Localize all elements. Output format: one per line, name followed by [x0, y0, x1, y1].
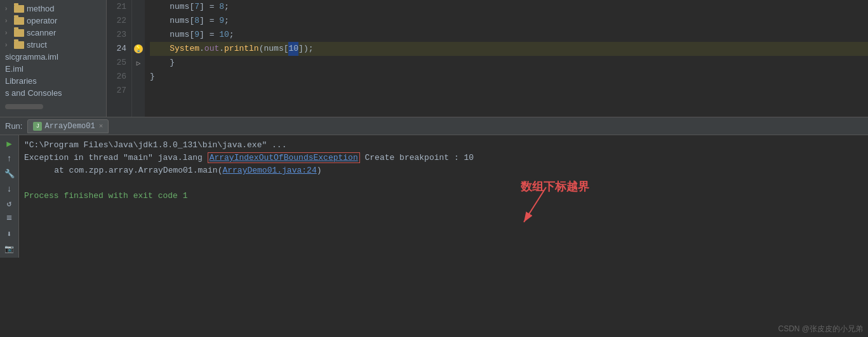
sidebar-item-iml[interactable]: sicgramma.iml — [0, 51, 106, 63]
stacktrace-link[interactable]: ArrayDemo01.java:24 — [222, 166, 316, 175]
run-tab-arraydemo[interactable]: J ArrayDemo01 × — [27, 119, 109, 133]
folder-icon — [14, 29, 24, 37]
sidebar-item-label: Libraries — [5, 76, 37, 86]
gutter-25: ▷ — [132, 56, 145, 70]
code-line-21: nums[7] = 8; — [150, 0, 868, 14]
line-num-21: 21 — [107, 0, 131, 14]
gutter-22 — [132, 14, 145, 28]
top-area: › method › operator › scanner › struct s… — [0, 0, 868, 117]
sidebar-item-operator[interactable]: › operator — [0, 15, 106, 27]
sidebar-item-libraries[interactable]: Libraries — [0, 75, 106, 87]
sidebar: › method › operator › scanner › struct s… — [0, 0, 107, 117]
scroll-down-button[interactable]: ↓ — [3, 183, 17, 195]
sidebar-item-struct[interactable]: › struct — [0, 39, 106, 51]
arrow-icon: › — [5, 17, 13, 25]
console-line-path: "C:\Program Files\Java\jdk1.8.0_131\bin\… — [24, 139, 863, 152]
scrollbar-area — [0, 99, 106, 114]
console-line-blank — [24, 177, 863, 190]
play-button[interactable]: ▶ — [3, 138, 17, 150]
tab-icon: J — [33, 122, 42, 131]
format-button[interactable]: ≡ — [3, 213, 17, 225]
save-button[interactable]: ⬇ — [3, 228, 17, 241]
sidebar-item-label: scanner — [27, 28, 56, 37]
run-tabbar: Run: J ArrayDemo01 × — [0, 117, 868, 135]
gutter-26 — [132, 70, 145, 84]
folder-icon — [14, 17, 24, 25]
code-lines: 21 22 23 24 25 26 27 💡 — [107, 0, 868, 117]
main-window: › method › operator › scanner › struct s… — [0, 0, 868, 337]
bulb-icon[interactable]: 💡 — [134, 44, 143, 53]
sidebar-item-label: sicgramma.iml — [5, 52, 58, 62]
exception-link[interactable]: ArrayIndexOutOfBoundsException — [210, 153, 358, 162]
gutter-23 — [132, 28, 145, 42]
console-output: "C:\Program Files\Java\jdk1.8.0_131\bin\… — [19, 135, 868, 258]
sidebar-item-eiml[interactable]: E.iml — [0, 63, 106, 75]
console-line-exit: Process finished with exit code 1 — [24, 190, 863, 202]
bookmark-icon: ▷ — [137, 59, 141, 67]
console-toolbar: ▶ ↑ 🔧 ↓ ↺ ≡ ⬇ 📷 — [0, 135, 19, 258]
folder-icon — [14, 5, 24, 13]
close-tab-button[interactable]: × — [99, 122, 103, 130]
code-line-24: System.out.println(nums[10]); — [150, 42, 868, 56]
watermark: CSDN @张皮皮的小兄弟 — [778, 324, 863, 334]
code-editor: 21 22 23 24 25 26 27 💡 — [107, 0, 868, 117]
sidebar-item-consoles[interactable]: s and Consoles — [0, 87, 106, 99]
sidebar-item-label: E.iml — [5, 64, 23, 74]
console-line-stacktrace: at com.zpp.array.ArrayDemo01.main(ArrayD… — [24, 164, 863, 177]
highlight-10: 10 — [288, 42, 298, 56]
sidebar-item-label: method — [27, 4, 54, 13]
line-num-25: 25 — [107, 56, 131, 70]
gutter: 💡 ▷ — [132, 0, 145, 117]
gutter-27 — [132, 84, 145, 98]
arrow-icon: › — [5, 29, 13, 37]
code-line-22: nums[8] = 9; — [150, 14, 868, 28]
line-num-22: 22 — [107, 14, 131, 28]
code-line-23: nums[9] = 10; — [150, 28, 868, 42]
run-label: Run: — [5, 121, 22, 131]
gutter-24: 💡 — [132, 42, 145, 56]
sidebar-item-scanner[interactable]: › scanner — [0, 27, 106, 39]
sidebar-item-method[interactable]: › method — [0, 3, 106, 15]
arrow-icon: › — [5, 41, 13, 49]
rerun-button[interactable]: ↺ — [3, 198, 17, 211]
console-body: ▶ ↑ 🔧 ↓ ↺ ≡ ⬇ 📷 "C:\Program Files\Java\j… — [0, 135, 868, 258]
exception-box: ArrayIndexOutOfBoundsException — [208, 152, 360, 163]
gutter-21 — [132, 0, 145, 14]
arrow-icon: › — [5, 5, 13, 13]
camera-button[interactable]: 📷 — [3, 242, 17, 255]
code-line-27 — [150, 84, 868, 98]
line-numbers: 21 22 23 24 25 26 27 — [107, 0, 132, 117]
line-num-27: 27 — [107, 84, 131, 98]
line-num-26: 26 — [107, 70, 131, 84]
sidebar-item-label: struct — [27, 40, 47, 50]
sidebar-item-label: s and Consoles — [5, 88, 62, 98]
line-num-24: 24 — [107, 42, 131, 56]
wrench-button[interactable]: 🔧 — [3, 168, 17, 180]
code-content[interactable]: nums[7] = 8; nums[8] = 9; nums[9] = 10; … — [145, 0, 868, 117]
scroll-up-button[interactable]: ↑ — [3, 153, 17, 166]
run-tab-name: ArrayDemo01 — [44, 122, 95, 131]
code-line-26: } — [150, 70, 868, 84]
scrollbar-thumb[interactable] — [5, 104, 43, 109]
console-line-exception: Exception in thread "main" java.lang Arr… — [24, 152, 863, 164]
line-num-23: 23 — [107, 28, 131, 42]
sidebar-item-label: operator — [27, 16, 57, 25]
folder-icon — [14, 41, 24, 49]
code-line-25: } — [150, 56, 868, 70]
bottom-area: Run: J ArrayDemo01 × ▶ ↑ 🔧 ↓ ↺ ≡ ⬇ 📷 — [0, 117, 868, 258]
